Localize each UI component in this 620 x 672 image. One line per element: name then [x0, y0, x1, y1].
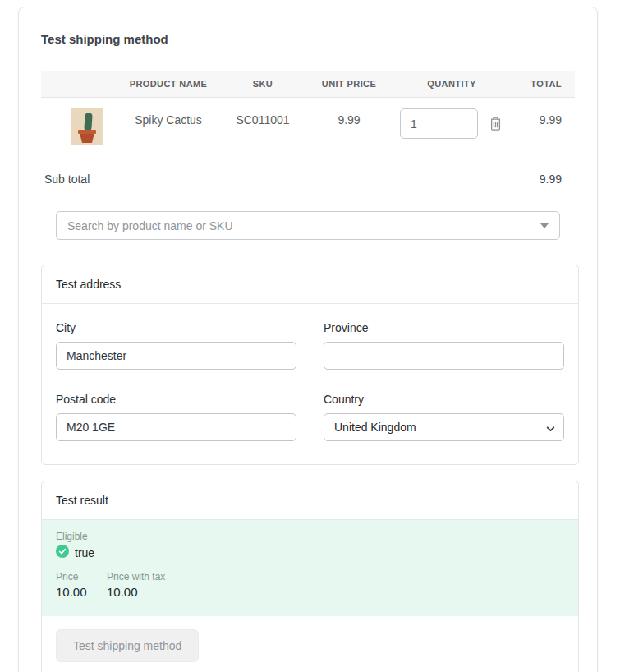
cactus-graphic [84, 113, 93, 132]
pot-graphic [79, 134, 95, 143]
price-block: Price 10.00 [56, 571, 107, 599]
column-header-image [41, 71, 115, 98]
column-header-product-name: Product name [115, 71, 222, 98]
city-label: City [56, 321, 296, 334]
table-row: Spiky Cactus SC011001 9.99 [41, 98, 575, 156]
postal-code-label: Postal code [56, 393, 296, 406]
test-result-title: Test result [42, 481, 578, 520]
test-address-card: Test address City Province Postal code C… [41, 265, 579, 465]
trash-icon [489, 121, 502, 133]
product-table: Product name SKU Unit price Quantity Tot… [41, 71, 575, 155]
province-label: Province [324, 321, 564, 334]
total-cell: 9.99 [509, 98, 575, 156]
caret-down-icon[interactable] [540, 223, 549, 228]
price-with-tax-label: Price with tax [107, 571, 165, 582]
sku-cell: SC011001 [222, 98, 304, 156]
test-shipping-method-panel: Test shipping method Product name SKU Un… [18, 7, 598, 672]
price-value: 10.00 [56, 585, 107, 599]
quantity-input[interactable] [400, 108, 478, 139]
product-thumbnail [71, 108, 103, 145]
country-field: Country United Kingdom [324, 393, 564, 441]
subtotal-row: Sub total 9.99 [41, 155, 575, 200]
column-header-sku: SKU [222, 71, 304, 98]
price-label: Price [56, 571, 107, 582]
check-circle-icon [56, 545, 69, 560]
delete-line-item-button[interactable] [488, 115, 503, 132]
product-name-cell: Spiky Cactus [115, 98, 222, 156]
country-select[interactable]: United Kingdom [324, 413, 564, 441]
page-title: Test shipping method [41, 32, 575, 46]
price-with-tax-block: Price with tax 10.00 [107, 571, 165, 599]
test-shipping-method-button[interactable]: Test shipping method [56, 629, 199, 662]
product-search [56, 211, 560, 240]
column-header-unit-price: Unit price [304, 71, 394, 98]
city-input[interactable] [56, 342, 296, 370]
subtotal-label: Sub total [44, 173, 90, 186]
result-success-panel: Eligible true Price 10.00 Price with tax [42, 520, 578, 616]
price-with-tax-value: 10.00 [107, 585, 165, 599]
country-label: Country [324, 393, 564, 406]
test-result-card: Test result Eligible true Price 10.00 [41, 481, 579, 672]
postal-code-input[interactable] [56, 413, 296, 441]
postal-code-field: Postal code [56, 393, 296, 441]
eligible-label: Eligible [56, 531, 564, 542]
province-input[interactable] [324, 342, 564, 370]
unit-price-cell: 9.99 [304, 98, 394, 156]
column-header-quantity: Quantity [394, 71, 509, 98]
column-header-total: Total [509, 71, 575, 98]
product-search-input[interactable] [56, 211, 560, 240]
city-field: City [56, 321, 296, 370]
test-address-title: Test address [42, 265, 578, 304]
table-header-row: Product name SKU Unit price Quantity Tot… [41, 71, 575, 98]
pot-rim-graphic [78, 130, 96, 134]
province-field: Province [324, 321, 564, 370]
eligible-value: true [75, 546, 94, 559]
subtotal-value: 9.99 [540, 173, 562, 186]
